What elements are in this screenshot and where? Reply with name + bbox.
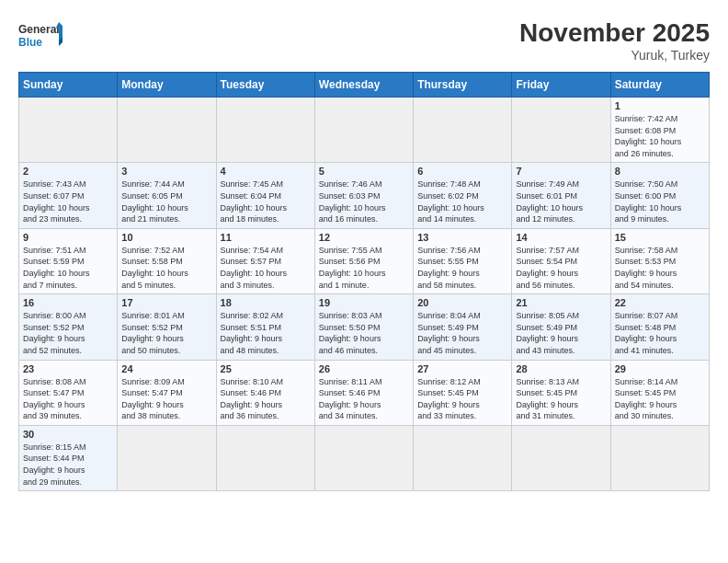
calendar-cell [216,98,314,163]
page-header: General Blue November 2025 Yuruk, Turkey [18,18,710,63]
calendar-cell [414,425,512,490]
day-number: 1 [615,100,705,111]
day-info: Sunrise: 8:09 AM Sunset: 5:47 PM Dayligh… [121,376,211,422]
day-number: 2 [23,166,113,177]
day-number: 8 [615,166,705,177]
week-row-3: 16Sunrise: 8:00 AM Sunset: 5:52 PM Dayli… [19,294,710,360]
calendar-cell: 20Sunrise: 8:04 AM Sunset: 5:49 PM Dayli… [414,294,512,360]
calendar-cell: 27Sunrise: 8:12 AM Sunset: 5:45 PM Dayli… [414,360,512,425]
day-info: Sunrise: 7:57 AM Sunset: 5:54 PM Dayligh… [516,245,606,291]
day-number: 6 [417,166,507,177]
day-number: 7 [516,166,606,177]
day-info: Sunrise: 7:42 AM Sunset: 6:08 PM Dayligh… [615,113,705,159]
calendar-cell: 18Sunrise: 8:02 AM Sunset: 5:51 PM Dayli… [216,294,314,360]
calendar-cell: 9Sunrise: 7:51 AM Sunset: 5:59 PM Daylig… [19,228,118,293]
calendar-cell [19,98,118,163]
calendar-cell [314,98,413,163]
day-number: 11 [221,232,311,243]
day-number: 4 [221,166,311,177]
day-info: Sunrise: 8:05 AM Sunset: 5:49 PM Dayligh… [516,310,606,356]
calendar-cell: 4Sunrise: 7:45 AM Sunset: 6:04 PM Daylig… [216,163,314,228]
calendar-cell: 6Sunrise: 7:48 AM Sunset: 6:02 PM Daylig… [414,163,512,228]
day-number: 27 [417,363,507,374]
calendar-cell: 1Sunrise: 7:42 AM Sunset: 6:08 PM Daylig… [610,98,709,163]
weekday-wednesday: Wednesday [314,73,413,98]
day-info: Sunrise: 8:03 AM Sunset: 5:50 PM Dayligh… [319,310,409,356]
calendar-cell [512,98,610,163]
day-info: Sunrise: 7:48 AM Sunset: 6:02 PM Dayligh… [417,178,507,224]
day-number: 13 [417,232,507,243]
calendar-cell: 30Sunrise: 8:15 AM Sunset: 5:44 PM Dayli… [19,425,118,490]
day-info: Sunrise: 7:50 AM Sunset: 6:00 PM Dayligh… [615,178,705,224]
day-number: 10 [121,232,211,243]
calendar-cell: 7Sunrise: 7:49 AM Sunset: 6:01 PM Daylig… [512,163,610,228]
day-info: Sunrise: 7:58 AM Sunset: 5:53 PM Dayligh… [615,245,705,291]
calendar-cell: 23Sunrise: 8:08 AM Sunset: 5:47 PM Dayli… [19,360,118,425]
calendar-table: SundayMondayTuesdayWednesdayThursdayFrid… [18,72,710,491]
day-number: 29 [615,363,705,374]
day-info: Sunrise: 7:43 AM Sunset: 6:07 PM Dayligh… [23,178,113,224]
day-info: Sunrise: 7:49 AM Sunset: 6:01 PM Dayligh… [516,178,606,224]
day-number: 18 [221,297,311,308]
day-number: 5 [319,166,409,177]
day-number: 9 [23,232,113,243]
calendar-cell: 3Sunrise: 7:44 AM Sunset: 6:05 PM Daylig… [118,163,216,228]
day-info: Sunrise: 8:10 AM Sunset: 5:46 PM Dayligh… [221,376,311,422]
day-number: 28 [516,363,606,374]
day-info: Sunrise: 8:04 AM Sunset: 5:49 PM Dayligh… [417,310,507,356]
day-number: 23 [23,363,113,374]
calendar-cell: 21Sunrise: 8:05 AM Sunset: 5:49 PM Dayli… [512,294,610,360]
day-number: 15 [615,232,705,243]
day-info: Sunrise: 8:00 AM Sunset: 5:52 PM Dayligh… [23,310,113,356]
calendar-cell [118,98,216,163]
calendar-cell: 29Sunrise: 8:14 AM Sunset: 5:45 PM Dayli… [610,360,709,425]
week-row-2: 9Sunrise: 7:51 AM Sunset: 5:59 PM Daylig… [19,228,710,293]
weekday-tuesday: Tuesday [216,73,314,98]
day-number: 26 [319,363,409,374]
title-block: November 2025 Yuruk, Turkey [519,18,710,63]
calendar-cell [216,425,314,490]
day-info: Sunrise: 7:51 AM Sunset: 5:59 PM Dayligh… [23,245,113,291]
weekday-sunday: Sunday [19,73,118,98]
weekday-monday: Monday [118,73,216,98]
calendar-cell: 15Sunrise: 7:58 AM Sunset: 5:53 PM Dayli… [610,228,709,293]
day-info: Sunrise: 8:07 AM Sunset: 5:48 PM Dayligh… [615,310,705,356]
day-number: 24 [121,363,211,374]
logo: General Blue [18,18,70,59]
day-info: Sunrise: 8:01 AM Sunset: 5:52 PM Dayligh… [121,310,211,356]
week-row-0: 1Sunrise: 7:42 AM Sunset: 6:08 PM Daylig… [19,98,710,163]
calendar-cell [314,425,413,490]
week-row-4: 23Sunrise: 8:08 AM Sunset: 5:47 PM Dayli… [19,360,710,425]
calendar-cell: 5Sunrise: 7:46 AM Sunset: 6:03 PM Daylig… [314,163,413,228]
day-number: 20 [417,297,507,308]
calendar-cell: 2Sunrise: 7:43 AM Sunset: 6:07 PM Daylig… [19,163,118,228]
day-info: Sunrise: 8:13 AM Sunset: 5:45 PM Dayligh… [516,376,606,422]
location: Yuruk, Turkey [519,48,710,63]
weekday-saturday: Saturday [610,73,709,98]
weekday-thursday: Thursday [414,73,512,98]
day-number: 14 [516,232,606,243]
logo-svg: General Blue [18,18,70,59]
day-info: Sunrise: 8:08 AM Sunset: 5:47 PM Dayligh… [23,376,113,422]
calendar-cell [414,98,512,163]
calendar-cell: 13Sunrise: 7:56 AM Sunset: 5:55 PM Dayli… [414,228,512,293]
calendar-cell: 22Sunrise: 8:07 AM Sunset: 5:48 PM Dayli… [610,294,709,360]
calendar-cell: 14Sunrise: 7:57 AM Sunset: 5:54 PM Dayli… [512,228,610,293]
day-info: Sunrise: 8:14 AM Sunset: 5:45 PM Dayligh… [615,376,705,422]
calendar-cell: 17Sunrise: 8:01 AM Sunset: 5:52 PM Dayli… [118,294,216,360]
calendar-cell: 19Sunrise: 8:03 AM Sunset: 5:50 PM Dayli… [314,294,413,360]
calendar-cell: 8Sunrise: 7:50 AM Sunset: 6:00 PM Daylig… [610,163,709,228]
day-info: Sunrise: 7:44 AM Sunset: 6:05 PM Dayligh… [121,178,211,224]
day-info: Sunrise: 7:55 AM Sunset: 5:56 PM Dayligh… [319,245,409,291]
calendar-cell: 12Sunrise: 7:55 AM Sunset: 5:56 PM Dayli… [314,228,413,293]
day-info: Sunrise: 7:46 AM Sunset: 6:03 PM Dayligh… [319,178,409,224]
month-year: November 2025 [519,18,710,48]
calendar-cell: 10Sunrise: 7:52 AM Sunset: 5:58 PM Dayli… [118,228,216,293]
calendar-cell [118,425,216,490]
calendar-cell: 16Sunrise: 8:00 AM Sunset: 5:52 PM Dayli… [19,294,118,360]
day-number: 3 [121,166,211,177]
svg-text:Blue: Blue [18,36,42,49]
day-info: Sunrise: 7:52 AM Sunset: 5:58 PM Dayligh… [121,245,211,291]
day-info: Sunrise: 8:11 AM Sunset: 5:46 PM Dayligh… [319,376,409,422]
day-number: 16 [23,297,113,308]
